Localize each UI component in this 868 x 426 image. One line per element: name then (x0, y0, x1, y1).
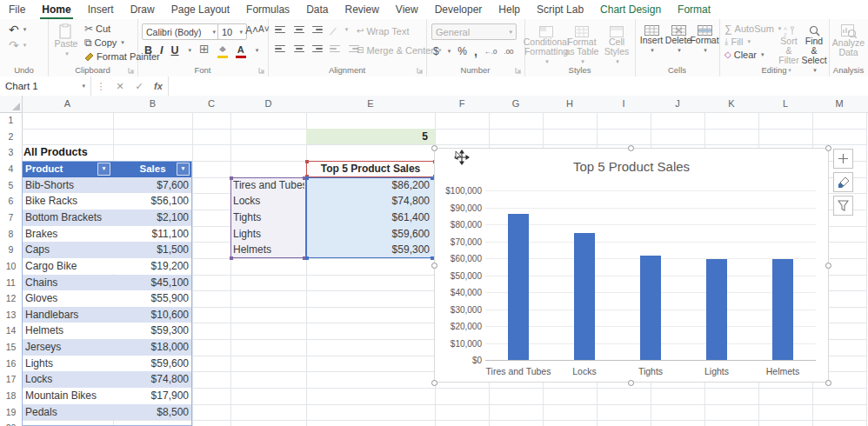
table-header-sales[interactable]: Sales▼ (113, 161, 192, 177)
chart-top5-product-sales[interactable]: Top 5 Product Sales $100,000$90,000$80,0… (434, 148, 829, 383)
decrease-decimal-button[interactable]: .00 (504, 48, 513, 56)
row-header-16[interactable]: 16 (0, 356, 22, 372)
select-all-corner[interactable] (0, 96, 23, 112)
row-header-20[interactable]: 20 (0, 420, 22, 426)
dialog-launcher-icon[interactable] (128, 67, 135, 74)
column-header-D[interactable]: D (230, 96, 306, 112)
redo-button[interactable]: ↷ ▾ (9, 40, 26, 50)
top-n-input-cell[interactable]: 5 (306, 129, 435, 145)
sales-cell[interactable]: $59,300 (113, 323, 192, 339)
top5-name-cell[interactable]: Tights (233, 210, 304, 226)
top5-value-cell[interactable]: $74,800 (307, 193, 430, 210)
column-header-E[interactable]: E (306, 96, 435, 112)
align-middle-icon[interactable] (293, 26, 304, 37)
undo-button[interactable]: ↶ ▾ (9, 24, 26, 35)
dialog-launcher-icon[interactable] (417, 67, 424, 74)
product-cell[interactable]: Cargo Bike (22, 258, 113, 275)
name-box[interactable]: Chart 1 ▾ (0, 77, 91, 96)
cell-styles-button[interactable]: Cell Styles ▾ (601, 26, 632, 66)
chart-bar-5[interactable] (772, 259, 793, 360)
chart-selection-handle[interactable] (431, 263, 437, 269)
fill-color-button[interactable] (217, 44, 228, 58)
menu-tab-data[interactable]: Data (306, 3, 328, 16)
menu-tab-help[interactable]: Help (498, 3, 520, 16)
menu-tab-draw[interactable]: Draw (130, 3, 155, 16)
top5-value-cell[interactable]: $86,200 (307, 177, 430, 194)
sales-cell[interactable]: $8,500 (113, 404, 192, 421)
row-header-9[interactable]: 9 (0, 242, 22, 258)
filter-dropdown-icon[interactable]: ▼ (177, 163, 190, 176)
align-bottom-icon[interactable] (311, 26, 323, 37)
format-as-table-button[interactable]: Format as Table ▾ (564, 26, 599, 66)
dialog-launcher-icon[interactable] (515, 67, 522, 74)
more-options-icon[interactable]: ⋮ (91, 81, 110, 92)
column-header-B[interactable]: B (113, 96, 192, 112)
row-header-10[interactable]: 10 (0, 258, 22, 275)
product-cell[interactable]: Bib-Shorts (22, 177, 113, 194)
sales-cell[interactable]: $10,600 (113, 307, 192, 323)
fill-button[interactable]: ⤓ Fill ▾ (724, 37, 751, 47)
chart-elements-button[interactable] (833, 149, 853, 169)
sales-cell[interactable]: $1,500 (113, 242, 192, 258)
enter-icon[interactable]: ✓ (130, 81, 149, 92)
top5-names-range[interactable]: Tires and TubesLocksTightsLightsHelmets (230, 177, 306, 258)
analyze-data-button[interactable]: Analyze Data (831, 24, 865, 57)
menu-tab-script-lab[interactable]: Script Lab (537, 3, 584, 16)
product-cell[interactable]: Mountain Bikes (22, 388, 113, 404)
row-header-13[interactable]: 13 (0, 307, 22, 323)
row-header-8[interactable]: 8 (0, 226, 22, 243)
sales-cell[interactable]: $7,600 (113, 177, 192, 194)
column-header-H[interactable]: H (543, 96, 597, 112)
product-cell[interactable]: Bike Racks (22, 193, 113, 210)
chart-title[interactable]: Top 5 Product Sales (435, 159, 828, 174)
sales-cell[interactable]: $11,100 (113, 226, 192, 243)
top5-name-cell[interactable]: Lights (233, 226, 304, 243)
chart-selection-handle[interactable] (628, 380, 634, 386)
chart-bar-2[interactable] (574, 233, 595, 360)
menu-tab-insert[interactable]: Insert (88, 3, 114, 16)
percent-format-button[interactable]: % (457, 45, 467, 57)
chart-selection-handle[interactable] (825, 380, 831, 386)
column-header-J[interactable]: J (651, 96, 704, 112)
sales-cell[interactable]: $19,200 (113, 258, 192, 275)
insert-function-icon[interactable]: fx (149, 81, 168, 91)
product-cell[interactable]: Helmets (22, 323, 113, 339)
increase-decimal-button[interactable]: ←.0 (484, 48, 497, 56)
comma-format-button[interactable]: , (474, 44, 477, 58)
conditional-formatting-button[interactable]: Conditional Formatting ▾ (528, 26, 564, 66)
column-header-M[interactable]: M (812, 96, 866, 112)
product-cell[interactable]: Locks (22, 371, 113, 388)
sales-cell[interactable]: $17,900 (113, 388, 192, 404)
menu-tab-developer[interactable]: Developer (435, 3, 483, 16)
top5-name-cell[interactable]: Tires and Tubes (233, 177, 304, 194)
align-right-icon[interactable] (311, 45, 323, 52)
row-header-5[interactable]: 5 (0, 177, 22, 194)
align-center-icon[interactable] (293, 45, 304, 52)
product-cell[interactable]: Brakes (22, 226, 113, 243)
menu-tab-formulas[interactable]: Formulas (246, 3, 290, 16)
insert-cells-button[interactable]: Insert ▾ (639, 25, 664, 55)
row-header-19[interactable]: 19 (0, 404, 22, 421)
sales-cell[interactable]: $74,800 (113, 371, 192, 388)
chart-filters-button[interactable] (833, 196, 853, 216)
row-header-17[interactable]: 17 (0, 371, 22, 388)
row-header-1[interactable]: 1 (0, 112, 22, 129)
column-header-K[interactable]: K (704, 96, 758, 112)
menu-tab-format[interactable]: Format (678, 3, 711, 16)
chart-selection-handle[interactable] (628, 145, 634, 151)
underline-button[interactable]: U (171, 44, 179, 57)
table-header-product[interactable]: Product▼ (22, 161, 113, 177)
product-cell[interactable]: Caps (22, 242, 113, 258)
row-header-18[interactable]: 18 (0, 388, 22, 404)
row-header-15[interactable]: 15 (0, 339, 22, 356)
top5-value-cell[interactable]: $61,400 (307, 210, 430, 226)
column-header-L[interactable]: L (758, 96, 812, 112)
product-cell[interactable]: Chains (22, 275, 113, 291)
currency-format-button[interactable]: $ (433, 45, 439, 57)
product-cell[interactable]: Jerseys (22, 339, 113, 356)
menu-tab-file[interactable]: File (9, 3, 25, 16)
row-header-3[interactable]: 3 (0, 144, 22, 161)
format-cells-button[interactable]: Format ▾ (692, 25, 717, 55)
column-header-I[interactable]: I (597, 96, 651, 112)
chart-selection-handle[interactable] (825, 145, 831, 151)
